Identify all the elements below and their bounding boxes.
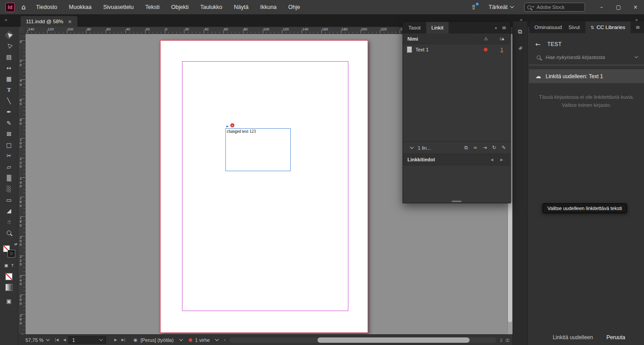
scroll-left-icon[interactable]: ‹ <box>224 337 225 343</box>
apply-gradient-button[interactable] <box>5 284 13 291</box>
cancel-button[interactable]: Peruuta <box>606 334 625 341</box>
apply-none-button[interactable] <box>5 273 13 280</box>
panel-menu-icon[interactable]: ≡ <box>502 25 506 31</box>
horizontal-scrollbar[interactable] <box>229 337 497 343</box>
screen-mode-button[interactable]: ▣ <box>6 298 11 304</box>
modified-link-badge[interactable]: ▸▸ × <box>226 123 235 129</box>
format-container-icon[interactable]: ▣ <box>4 263 8 268</box>
tab-tasot[interactable]: Tasot <box>403 22 426 34</box>
preflight-profile[interactable]: ◉ [Perus] (työtila) <box>133 337 182 343</box>
share-icon[interactable]: ⇧ <box>471 4 476 11</box>
format-text-icon[interactable]: T <box>11 263 14 268</box>
line-tool[interactable]: ╲ <box>3 96 15 107</box>
panel-resize-grip[interactable] <box>452 201 462 202</box>
scissors-tool[interactable]: ✂ <box>3 151 15 162</box>
page-column-icon[interactable]: ▯▲ <box>493 37 510 41</box>
library-search[interactable]: Hae nykyisestä kirjastosta <box>529 55 644 65</box>
next-link-icon[interactable]: ▶ <box>500 158 503 162</box>
type-tool[interactable]: T <box>3 84 15 96</box>
rectangle-frame-tool[interactable]: ⊠ <box>3 128 15 139</box>
ruler-label: 200 <box>361 27 367 31</box>
adobe-stock-search[interactable]: Adobe Stock <box>524 3 585 12</box>
back-icon[interactable]: ← <box>535 41 541 48</box>
ruler-origin[interactable] <box>18 27 25 34</box>
links-panel-icon[interactable]: ∞ <box>515 43 525 53</box>
tab-cc-libraries[interactable]: ⇅CC Libraries <box>585 21 631 34</box>
menubar-item[interactable]: Taulukko <box>195 0 228 14</box>
rectangle-tool[interactable]: □ <box>3 139 15 151</box>
links-summary[interactable]: 1 lin... <box>418 145 431 151</box>
preflight-errors[interactable]: 1 virhe <box>189 337 218 343</box>
modified-link-icon[interactable] <box>484 48 487 51</box>
menubar-item[interactable]: Näytä <box>228 0 254 14</box>
tab-linkit[interactable]: Linkit <box>426 22 449 34</box>
workspace-switcher[interactable]: Tärkeät <box>489 4 513 10</box>
note-tool[interactable]: ▭ <box>3 194 15 206</box>
link-info-header[interactable]: Linkkitiedot ◀ ▶ <box>403 154 510 165</box>
cc-relink-icon[interactable]: ⧉ <box>464 145 468 151</box>
goto-link-icon[interactable]: ⇥ <box>483 145 487 151</box>
prev-link-icon[interactable]: ◀ <box>491 158 493 162</box>
link-info-label: Linkkitiedot <box>407 157 491 162</box>
pen-tool[interactable]: ✒ <box>3 106 15 118</box>
menubar-item[interactable]: Tiedosto <box>30 0 63 14</box>
last-page-button[interactable]: ▶| <box>122 338 126 342</box>
stroke-swatch[interactable] <box>8 250 15 257</box>
menubar-item[interactable]: Ohje <box>283 0 306 14</box>
swap-fill-stroke-icon[interactable]: ⇄ <box>14 242 17 246</box>
tab-close-icon[interactable]: × <box>68 19 72 25</box>
link-page-number[interactable]: 1 <box>493 47 510 52</box>
zoom-level[interactable]: 57,75 % <box>25 337 49 343</box>
relink-icon[interactable]: ∞ <box>473 145 477 151</box>
document-tab[interactable]: 111.indd @ 58% × <box>21 16 77 27</box>
menubar-item[interactable]: Ikkuna <box>254 0 283 14</box>
zoom-tool[interactable] <box>3 227 15 239</box>
text-frame[interactable]: changed text 123 <box>225 128 291 171</box>
edit-original-icon[interactable]: ✎ <box>502 145 506 151</box>
right-panel-tabs: Ominaisuud Sivut ⇅CC Libraries ≡ <box>529 21 644 33</box>
single-page-view-icon[interactable]: ▯ <box>500 338 502 342</box>
horizontal-scrollbar-thumb[interactable] <box>318 337 470 343</box>
panel-collapse-icon[interactable]: » <box>495 25 497 30</box>
tab-sivut[interactable]: Sivut <box>563 21 585 33</box>
hand-tool[interactable]: ☝ <box>3 216 15 227</box>
eyedropper-tool[interactable]: ◢ <box>3 206 15 217</box>
next-page-button[interactable]: ▶ <box>114 338 117 342</box>
layers-panel-icon[interactable]: ⧉ <box>515 27 525 37</box>
menubar-item[interactable]: Sivuasettelu <box>97 0 140 14</box>
tab-ominaisuudet[interactable]: Ominaisuud <box>529 21 563 33</box>
links-column-header[interactable]: Nimi ⚠ ▯▲ <box>403 34 510 44</box>
link-row[interactable]: Text 1 1 <box>403 44 510 55</box>
gradient-swatch-tool[interactable]: ▒ <box>3 172 15 184</box>
gradient-feather-tool[interactable]: ░ <box>3 183 15 194</box>
vertical-ruler[interactable]: 4020020406080100120140160180200220240260… <box>18 34 25 334</box>
gap-tool[interactable]: ↔ <box>3 63 15 74</box>
page[interactable]: changed text 123 ▸▸ × <box>160 40 368 333</box>
spread-view-icon[interactable]: ▯▯ <box>505 338 509 342</box>
indesign-app-icon[interactable]: Id <box>5 3 15 12</box>
menubar-item[interactable]: Objekti <box>165 0 195 14</box>
previous-page-button[interactable]: ◀ <box>63 338 66 342</box>
vertical-scrollbar-thumb[interactable] <box>508 202 512 322</box>
close-button[interactable]: × <box>627 0 644 14</box>
panel-menu-icon[interactable]: ≡ <box>636 24 640 30</box>
direct-selection-tool[interactable]: ▷ <box>3 41 15 52</box>
selection-tool[interactable]: ▶ <box>3 29 15 41</box>
fill-stroke-widget[interactable]: ⇄ <box>3 245 15 257</box>
tab-overflow-icon[interactable]: » <box>4 17 8 23</box>
first-page-button[interactable]: |◀ <box>55 338 59 342</box>
status-column-icon[interactable]: ⚠ <box>478 36 493 41</box>
page-number-select[interactable]: 1 <box>68 336 106 344</box>
maximize-button[interactable]: ▢ <box>610 0 627 14</box>
free-transform-tool[interactable]: ▱ <box>3 161 15 172</box>
home-icon[interactable]: ⌂ <box>21 3 26 11</box>
page-tool[interactable]: ▤ <box>3 51 15 63</box>
menubar-item[interactable]: Muokkaa <box>63 0 97 14</box>
relink-button[interactable]: Linkitä uudelleen <box>553 334 593 341</box>
minimize-button[interactable]: – <box>593 0 610 14</box>
update-link-icon[interactable]: ↻ <box>492 145 496 151</box>
pencil-tool[interactable]: ✎ <box>3 118 15 129</box>
expand-summary-icon[interactable] <box>410 145 414 148</box>
menubar-item[interactable]: Teksti <box>140 0 165 14</box>
content-collector-tool[interactable]: ▦ <box>3 73 15 84</box>
